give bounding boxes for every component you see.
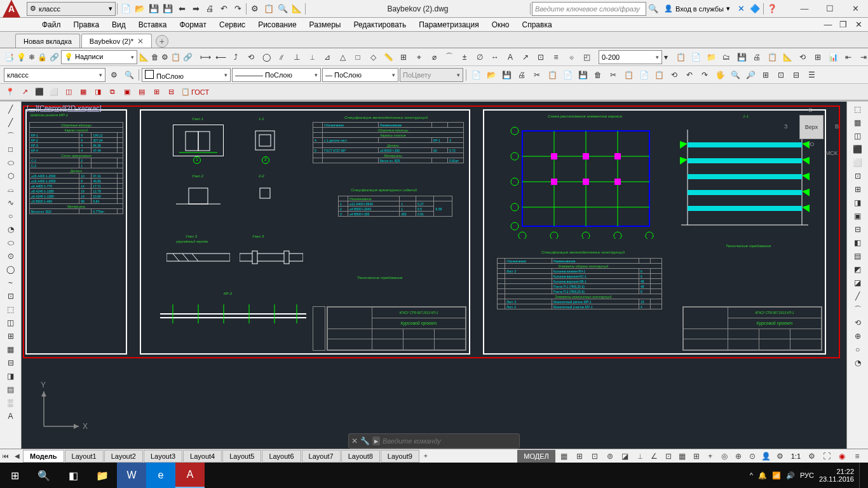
- ltool-5[interactable]: ⬡: [1, 170, 20, 182]
- dim-tool-7[interactable]: ⟂: [305, 50, 319, 64]
- r3-tool-9[interactable]: ▤: [135, 86, 148, 98]
- qat-saveas[interactable]: 💾: [161, 2, 175, 16]
- rtool-6[interactable]: ⊞: [848, 183, 867, 196]
- rtool-0[interactable]: ⬚: [848, 103, 867, 116]
- mdi-restore[interactable]: ❐: [836, 18, 850, 32]
- dim-tool-13[interactable]: ⊞: [397, 50, 410, 64]
- r1-tool-1[interactable]: 📄: [689, 50, 703, 64]
- layout-tab-8[interactable]: Layout9: [381, 450, 419, 463]
- status-ortho-icon[interactable]: ⊡: [588, 450, 602, 463]
- rtool-8[interactable]: ▣: [848, 210, 867, 222]
- r3-tool-4[interactable]: ◫: [62, 86, 75, 98]
- status-ic-8[interactable]: ⊙: [745, 450, 759, 463]
- layout-tab-model[interactable]: Модель: [23, 450, 64, 463]
- command-input[interactable]: [383, 437, 497, 445]
- ltool-13[interactable]: ~: [1, 276, 20, 289]
- mdi-close[interactable]: ✕: [851, 18, 865, 32]
- status-ic-4[interactable]: ⊞: [689, 450, 703, 463]
- mdi-minimize[interactable]: —: [821, 18, 835, 32]
- dim-tool-4[interactable]: ◯: [259, 50, 273, 64]
- dim-tool-8[interactable]: ⊿: [320, 50, 334, 64]
- tray-notif-icon[interactable]: 🔔: [758, 471, 767, 480]
- r2-tool-0[interactable]: 📄: [469, 68, 483, 82]
- layer-filter-icon[interactable]: 🔍: [122, 68, 136, 82]
- r3-tool-8[interactable]: ▣: [121, 86, 133, 98]
- r2-tool-19[interactable]: ⊞: [759, 68, 773, 82]
- rtool-14[interactable]: ╱: [848, 290, 867, 302]
- cmd-close-icon[interactable]: ✕: [351, 437, 358, 445]
- tab-add[interactable]: +: [156, 35, 168, 48]
- ltool-15[interactable]: ⬚: [1, 303, 20, 316]
- color-dropdown[interactable]: ПоСлою▾: [142, 68, 231, 82]
- ltool-8[interactable]: ○: [1, 210, 20, 222]
- r2-tool-13[interactable]: ⟲: [667, 68, 681, 82]
- ltool-11[interactable]: ⊙: [1, 250, 20, 262]
- r3-tool-3[interactable]: ⬜: [48, 86, 60, 98]
- layer-tool-5[interactable]: 🔗: [182, 50, 193, 64]
- menu-edit[interactable]: Правка: [67, 18, 106, 31]
- menu-draw[interactable]: Рисование: [252, 18, 302, 31]
- rtool-3[interactable]: ⬛: [848, 143, 867, 156]
- r2-tool-21[interactable]: ⊟: [789, 68, 803, 82]
- dim-tool-6[interactable]: ⊥: [290, 50, 304, 64]
- a360-icon[interactable]: 🔷: [748, 2, 762, 16]
- workspace-dropdown[interactable]: ⚙ классс ▾: [27, 2, 116, 16]
- dim-tool-11[interactable]: ◇: [366, 50, 380, 64]
- menu-file[interactable]: Файл: [36, 18, 67, 31]
- rtool-12[interactable]: ◩: [848, 263, 867, 276]
- status-polar-icon[interactable]: ⊚: [603, 450, 617, 463]
- layout-tab-7[interactable]: Layout8: [341, 450, 380, 463]
- r2-tool-10[interactable]: 📋: [621, 68, 635, 82]
- layer-tool-1[interactable]: 📐: [139, 50, 149, 64]
- qat-undo[interactable]: ↶: [217, 2, 231, 16]
- menu-modify[interactable]: Редактировать: [347, 18, 412, 31]
- dim-tool-18[interactable]: ∅: [473, 50, 487, 64]
- r3-tool-1[interactable]: ↗: [18, 86, 31, 98]
- taskbar-app-word[interactable]: W: [117, 463, 146, 488]
- layout-tab-3[interactable]: Layout4: [183, 450, 222, 463]
- tab-new[interactable]: Новая вкладка: [15, 34, 80, 48]
- r1-tool-4[interactable]: 💾: [735, 50, 749, 64]
- r1-tool-0[interactable]: 📋: [674, 50, 688, 64]
- dim-tool-16[interactable]: ⌒: [442, 50, 456, 64]
- dim-tool-14[interactable]: ⌖: [412, 50, 426, 64]
- r2-tool-22[interactable]: ☰: [804, 68, 818, 82]
- layout-tab-6[interactable]: Layout7: [302, 450, 341, 463]
- qat-extra2[interactable]: 📋: [262, 2, 276, 16]
- rtool-15[interactable]: ⌒: [848, 303, 867, 316]
- model-space[interactable]: [—][Сверху][2D-каркас] С Ю З В Верх МСК …: [22, 102, 846, 449]
- menu-dimension[interactable]: Размеры: [303, 18, 348, 31]
- ltool-20[interactable]: ◨: [1, 370, 20, 383]
- minimize-button[interactable]: —: [792, 0, 817, 18]
- tab-close-icon[interactable]: ✕: [137, 37, 144, 46]
- dim-tool-24[interactable]: ⟐: [564, 50, 578, 64]
- view-cube[interactable]: С Ю З В Верх МСК: [789, 108, 834, 146]
- r2-tool-3[interactable]: 🖨: [515, 68, 529, 82]
- dim-tool-10[interactable]: □: [351, 50, 365, 64]
- dim-tool-15[interactable]: ⌀: [427, 50, 441, 64]
- r2-tool-20[interactable]: ⊡: [774, 68, 788, 82]
- maximize-button[interactable]: ☐: [817, 0, 843, 18]
- r2-tool-12[interactable]: 📋: [652, 68, 666, 82]
- qat-extra4[interactable]: 📐: [290, 2, 304, 16]
- dim-tool-12[interactable]: 📏: [381, 50, 395, 64]
- r1-tool-10[interactable]: 📊: [826, 50, 840, 64]
- taskbar-app-autocad[interactable]: A: [175, 463, 205, 488]
- menu-window[interactable]: Окно: [485, 18, 516, 31]
- layer-tool-3[interactable]: ⚙: [161, 50, 169, 64]
- plotstyle-dropdown[interactable]: ПоЦвету▾: [400, 68, 463, 82]
- menu-parametric[interactable]: Параметризация: [412, 18, 485, 31]
- r1-tool-7[interactable]: 📐: [780, 50, 794, 64]
- qat-next[interactable]: ➡: [189, 2, 203, 16]
- r2-tool-9[interactable]: ✂: [606, 68, 620, 82]
- layout-tab-0[interactable]: Layout1: [65, 450, 104, 463]
- rtool-18[interactable]: ○: [848, 343, 867, 356]
- status-clean-icon[interactable]: ◉: [835, 450, 849, 463]
- dim-flyout[interactable]: ▾: [663, 50, 668, 64]
- tab-active[interactable]: Baybekov (2)* ✕: [81, 34, 152, 48]
- r2-tool-14[interactable]: ↶: [682, 68, 696, 82]
- status-ic-3[interactable]: ▦: [675, 450, 689, 463]
- r1-tool-8[interactable]: ⟲: [796, 50, 810, 64]
- r2-tool-8[interactable]: 🗑: [591, 68, 605, 82]
- dim-tool-3[interactable]: ⟲: [244, 50, 258, 64]
